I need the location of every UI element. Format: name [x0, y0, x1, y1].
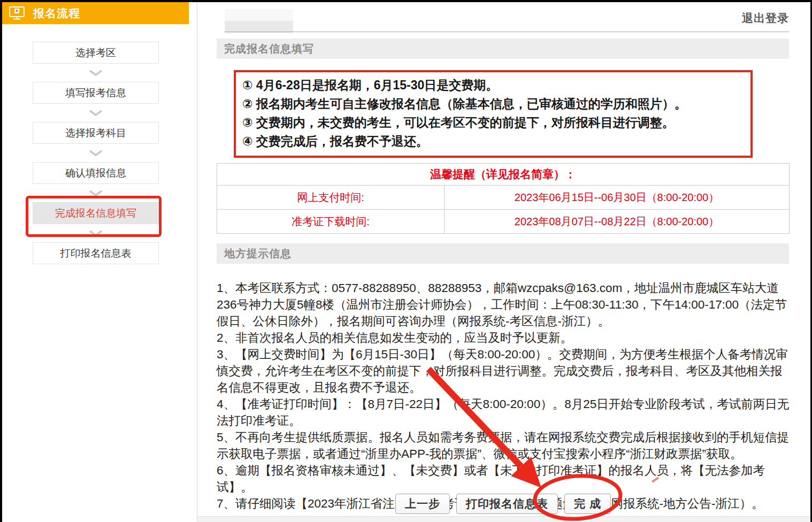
sidebar-step-6[interactable]: 打印报名信息表	[33, 242, 159, 264]
prev-step-button[interactable]: 上一步	[395, 494, 450, 514]
registration-steps-sidebar: 报名流程 选择考区填写报考信息选择报考科目确认填报信息完成报名信息填写打印报名信…	[2, 2, 197, 522]
notice-line-3: ③ 交费期内，未交费的考生，可以在考区不变的前提下，对所报科目进行调整。	[242, 113, 744, 132]
registration-notice-box: ① 4月6-28日是报名期，6月15-30日是交费期。② 报名期内考生可自主修改…	[234, 70, 753, 158]
local-note-5: 5、不再向考生提供纸质票据。报名人员如需考务费票据，请在网报系统交费完成后根据接…	[217, 429, 790, 462]
bottom-strip	[198, 516, 810, 522]
chevron-down-icon	[33, 104, 159, 122]
chevron-down-icon	[33, 224, 159, 242]
finish-button[interactable]: 完 成	[564, 494, 611, 514]
section-title-local-notes: 地方提示信息	[217, 243, 789, 264]
logout-link[interactable]: 退出登录	[742, 11, 789, 26]
reminder-row-2-label: 准考证下载时间:	[217, 209, 445, 233]
steps-list: 选择考区填写报考信息选择报考科目确认填报信息完成报名信息填写打印报名信息表	[33, 42, 159, 264]
reminder-table: 温馨提醒（详见报名简章）： 网上支付时间:2023年06月15日--06月30日…	[217, 163, 790, 234]
chevron-down-icon	[33, 144, 159, 162]
monitor-icon	[9, 5, 26, 21]
chevron-down-icon	[33, 184, 159, 202]
chevron-down-icon	[33, 64, 159, 82]
sidebar-step-4[interactable]: 确认填报信息	[33, 162, 159, 184]
sidebar-step-3[interactable]: 选择报考科目	[33, 122, 159, 144]
reminder-table-title: 温馨提醒（详见报名简章）：	[217, 164, 789, 185]
header-divider	[225, 32, 789, 32]
main-content: 退出登录 完成报名信息填写 ① 4月6-28日是报名期，6月15-30日是交费期…	[198, 2, 810, 522]
action-button-row: 上一步打印报名信息表完 成	[217, 494, 790, 514]
reminder-row-1-value: 2023年06月15日--06月30日（8:00-20:00）	[445, 185, 789, 209]
sidebar-step-5[interactable]: 完成报名信息填写	[33, 202, 159, 224]
reminder-row-2-value: 2023年08月07日--08月22日（8:00-20:00）	[445, 209, 789, 233]
sidebar-step-1[interactable]: 选择考区	[33, 42, 159, 64]
sidebar-step-2[interactable]: 填写报考信息	[33, 82, 159, 104]
notice-line-1: ① 4月6-28日是报名期，6月15-30日是交费期。	[242, 76, 744, 95]
redacted-user-info	[225, 9, 293, 33]
reminder-row-1-label: 网上支付时间:	[217, 185, 445, 209]
notice-line-4: ④ 交费完成后，报名费不予退还。	[242, 132, 744, 151]
local-notes-text: 1、本考区联系方式：0577-88288950、88288953，邮箱wzcpa…	[217, 280, 790, 512]
section-title-complete-registration: 完成报名信息填写	[217, 39, 789, 59]
sidebar-title: 报名流程	[33, 6, 80, 21]
sidebar-header: 报名流程	[2, 2, 189, 24]
local-note-3: 3、【网上交费时间】为【6月15日-30日】（每天8:00-20:00）。交费期…	[217, 346, 790, 396]
local-note-4: 4、【准考证打印时间】：【8月7日-22日】（每天8:00-20:00）。8月2…	[217, 396, 790, 429]
local-note-2: 2、非首次报名人员的相关信息如发生变动的，应当及时予以更新。	[217, 329, 790, 346]
notice-line-2: ② 报名期内考生可自主修改报名信息（除基本信息，已审核通过的学历和照片）。	[242, 95, 744, 113]
print-form-button[interactable]: 打印报名信息表	[456, 494, 558, 514]
local-note-1: 1、本考区联系方式：0577-88288950、88288953，邮箱wzcpa…	[217, 280, 790, 329]
local-note-6: 6、逾期【报名资格审核未通过】、【未交费】或者【未下载打印准考证】的报名人员，将…	[217, 462, 790, 495]
